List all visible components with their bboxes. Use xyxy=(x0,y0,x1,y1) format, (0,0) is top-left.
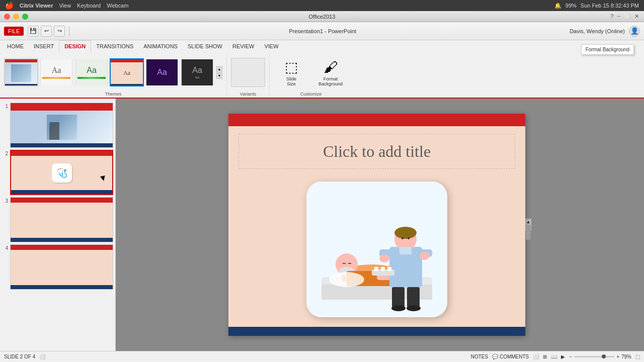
zoom-slider[interactable] xyxy=(574,356,614,357)
app-title: Presentation1 - PowerPoint xyxy=(77,28,568,34)
slide-size-label: SlideSize xyxy=(286,76,296,86)
view-reading[interactable]: 📖 xyxy=(551,354,557,359)
slide-title-area[interactable]: Click to add title xyxy=(228,126,525,327)
svg-rect-23 xyxy=(407,287,420,307)
svg-rect-22 xyxy=(392,287,405,307)
zoom-control: − + 79% xyxy=(569,354,631,359)
slide-1-item[interactable]: 1 xyxy=(2,103,113,148)
themes-scroll-up[interactable]: ▲ xyxy=(216,66,222,72)
slide-3-item[interactable]: 3 xyxy=(2,197,113,242)
theme-photo[interactable] xyxy=(4,58,38,86)
slide-title-text[interactable]: Click to add title xyxy=(323,142,431,161)
file-tab[interactable]: FILE xyxy=(4,27,24,36)
main-area: 1 2 🩺 xyxy=(0,99,644,351)
titlebar-min[interactable]: − xyxy=(617,13,620,19)
variant-box[interactable] xyxy=(231,58,265,87)
scroll-up-arrow[interactable]: ▲ xyxy=(525,219,531,225)
themes-scroll-down[interactable]: ▼ xyxy=(216,73,222,79)
slide-3-number: 3 xyxy=(2,198,8,204)
mac-top-bar: 🍎 Citrix Viewer View Keyboard Webcam 🔔 9… xyxy=(0,0,644,11)
view-slideshow[interactable]: ▶ xyxy=(561,354,565,359)
redo-button[interactable]: ↪ xyxy=(54,26,65,37)
tab-transitions[interactable]: TRANSITIONS xyxy=(91,40,138,52)
zoom-level: 79% xyxy=(621,354,631,359)
svg-point-15 xyxy=(401,237,404,239)
user-profile[interactable]: Davis, Wendy (Online) xyxy=(570,28,625,34)
undo-button[interactable]: ↩ xyxy=(41,26,52,37)
tab-design[interactable]: DESIGN xyxy=(59,40,91,52)
close-button[interactable] xyxy=(4,14,10,20)
slide-bottom-bar xyxy=(228,327,525,336)
svg-rect-28 xyxy=(381,267,385,271)
theme-formal-bg[interactable]: Aa xyxy=(110,58,144,86)
titlebar-max[interactable]: ⬜ xyxy=(624,13,631,19)
tab-home[interactable]: HOME xyxy=(2,40,29,52)
status-bar: SLIDE 2 OF 4 ⬜ NOTES 💬 COMMENTS ⬜ ⊞ 📖 ▶ … xyxy=(0,351,644,362)
comments-btn[interactable]: 💬 COMMENTS xyxy=(492,354,529,359)
save-button[interactable]: 💾 xyxy=(28,26,39,37)
theme-5[interactable]: Aa xyxy=(145,58,179,86)
citrix-viewer-label[interactable]: Citrix Viewer xyxy=(20,3,53,9)
view-normal[interactable]: ⬜ xyxy=(533,354,539,359)
slide-1-number: 1 xyxy=(2,104,8,109)
slide-info: SLIDE 2 OF 4 xyxy=(4,354,35,359)
slide-viewport: Click to add title xyxy=(116,99,644,351)
tab-animations[interactable]: ANIMATIONS xyxy=(138,40,183,52)
slide-top-bar xyxy=(228,114,525,126)
slide-4-thumb[interactable] xyxy=(10,244,113,290)
slide-2-number: 2 xyxy=(2,151,8,156)
webcam-menu[interactable]: Webcam xyxy=(107,3,128,9)
variants-group: Variants xyxy=(231,54,270,97)
tab-view[interactable]: VIEW xyxy=(259,40,283,52)
svg-point-16 xyxy=(408,237,410,239)
slide-1-thumb[interactable] xyxy=(10,103,113,148)
zoom-thumb[interactable] xyxy=(602,354,606,358)
svg-point-24 xyxy=(391,305,406,311)
format-background-button[interactable]: 🖌 FormatBackground xyxy=(313,59,348,86)
svg-rect-17 xyxy=(399,247,412,254)
slide-2-thumb[interactable]: 🩺 xyxy=(10,150,113,195)
maximize-button[interactable] xyxy=(22,14,28,20)
themes-scroll[interactable]: ▲ ▼ xyxy=(216,66,222,79)
view-menu[interactable]: View xyxy=(59,3,71,9)
slide-main[interactable]: Click to add title xyxy=(228,114,525,336)
zoom-in[interactable]: + xyxy=(616,354,619,359)
user-avatar[interactable]: 👤 xyxy=(629,26,640,37)
svg-point-25 xyxy=(407,305,421,311)
view-slide-sorter[interactable]: ⊞ xyxy=(543,354,547,359)
theme-2[interactable]: Aa xyxy=(39,58,73,86)
theme-6[interactable]: Aa aa xyxy=(180,58,214,86)
slide-size-button[interactable]: ⬚ SlideSize xyxy=(274,59,309,86)
svg-point-14 xyxy=(394,227,417,239)
format-bg-label: FormatBackground xyxy=(318,76,343,86)
notification-icon: 🔔 xyxy=(554,3,561,9)
tab-review[interactable]: REVIEW xyxy=(227,40,259,52)
ribbon: HOME INSERT DESIGN TRANSITIONS ANIMATION… xyxy=(0,40,644,99)
slide-image-area xyxy=(306,174,447,324)
format-bg-icon: 🖌 xyxy=(324,59,338,75)
help-btn[interactable]: ? xyxy=(610,13,613,19)
theme-3[interactable]: Aa xyxy=(74,58,109,86)
fit-slide-btn[interactable]: ⬚ xyxy=(635,354,640,359)
tab-slideshow[interactable]: SLIDE SHOW xyxy=(183,40,227,52)
zoom-out[interactable]: − xyxy=(569,354,572,359)
right-scrollbar[interactable]: ▲ ▼ xyxy=(525,219,531,231)
slide-2-item[interactable]: 2 🩺 xyxy=(2,150,113,195)
scroll-thumb[interactable] xyxy=(526,225,531,240)
app-toolbar: FILE 💾 ↩ ↪ Presentation1 - PowerPoint Da… xyxy=(0,22,644,40)
minimize-button[interactable] xyxy=(13,14,19,20)
slide-4-item[interactable]: 4 xyxy=(2,244,113,290)
formal-background-tooltip: Formal Background xyxy=(581,44,634,55)
tab-insert[interactable]: INSERT xyxy=(29,40,59,52)
svg-rect-27 xyxy=(374,267,378,271)
slide-title-placeholder[interactable]: Click to add title xyxy=(238,134,515,169)
notes-btn[interactable]: NOTES xyxy=(471,354,488,359)
slide-3-thumb[interactable] xyxy=(10,197,113,242)
window-title: Office2013 xyxy=(308,14,335,20)
battery-level: 99% xyxy=(566,3,577,9)
keyboard-menu[interactable]: Keyboard xyxy=(77,3,101,9)
nurse-patient-illustration xyxy=(306,182,447,317)
titlebar-close[interactable]: ✕ xyxy=(634,13,639,19)
ribbon-content: Aa Aa xyxy=(0,52,644,98)
variants-label: Variants xyxy=(240,90,256,97)
